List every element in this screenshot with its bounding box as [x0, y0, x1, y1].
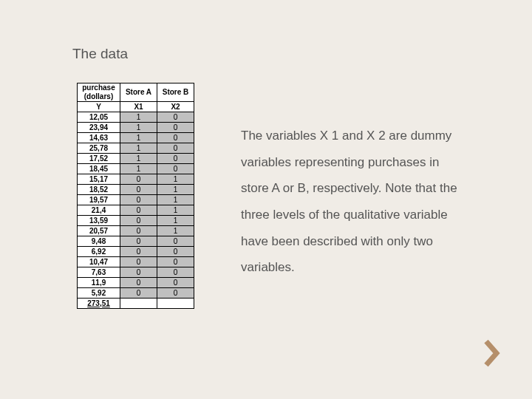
- cell-y: 5,92: [78, 288, 120, 299]
- table-row: 5,9200: [78, 288, 194, 299]
- col-header-store-a: Store A: [120, 83, 157, 102]
- cell-x1: 0: [120, 236, 157, 247]
- cell-x1: 1: [120, 112, 157, 123]
- cell-x2: 0: [157, 236, 194, 247]
- cell-x2: 0: [157, 154, 194, 164]
- cell-x2: 1: [157, 195, 194, 205]
- data-table-wrap: purchase (dollars) Store A Store B Y X1 …: [77, 83, 194, 309]
- cell-y: 7,63: [78, 267, 120, 278]
- col-header-purchase: purchase (dollars): [78, 83, 120, 102]
- table-header-row-2: Y X1 X2: [78, 102, 194, 112]
- table-row: 19,5701: [78, 195, 194, 205]
- cell-x1: 0: [120, 257, 157, 267]
- cell-x1: 0: [120, 288, 157, 299]
- table-row: 9,4800: [78, 236, 194, 247]
- cell-x1: 1: [120, 143, 157, 154]
- cell-y: 18,52: [78, 185, 120, 195]
- cell-y: 6,92: [78, 247, 120, 257]
- table-row: 18,5201: [78, 185, 194, 195]
- cell-x1: 0: [120, 205, 157, 216]
- col-header-purchase-line1: purchase: [82, 83, 115, 92]
- cell-x2: 0: [157, 247, 194, 257]
- cell-x1: 1: [120, 123, 157, 133]
- cell-x1: 1: [120, 133, 157, 143]
- cell-x1: 0: [120, 185, 157, 195]
- table-row: 15,1701: [78, 174, 194, 185]
- cell-x2: 0: [157, 278, 194, 288]
- total-blank-x2: [157, 299, 194, 309]
- col-subheader-x2: X2: [157, 102, 194, 112]
- cell-x1: 0: [120, 195, 157, 205]
- table-row: 23,9410: [78, 123, 194, 133]
- cell-x2: 0: [157, 143, 194, 154]
- table-row: 18,4510: [78, 164, 194, 174]
- table-row: 10,4700: [78, 257, 194, 267]
- total-cell: 273,51: [78, 299, 120, 309]
- body-paragraph: The variables X 1 and X 2 are dummy vari…: [241, 123, 470, 281]
- cell-x1: 0: [120, 267, 157, 278]
- table-row: 12,0510: [78, 112, 194, 123]
- cell-y: 15,17: [78, 174, 120, 185]
- cell-y: 19,57: [78, 195, 120, 205]
- cell-y: 11,9: [78, 278, 120, 288]
- cell-x1: 1: [120, 154, 157, 164]
- cell-x2: 1: [157, 205, 194, 216]
- col-subheader-y: Y: [78, 102, 120, 112]
- table-header-row-1: purchase (dollars) Store A Store B: [78, 83, 194, 102]
- table-row: 21,401: [78, 205, 194, 216]
- table-row: 14,6310: [78, 133, 194, 143]
- cell-y: 14,63: [78, 133, 120, 143]
- cell-x2: 0: [157, 164, 194, 174]
- cell-x2: 0: [157, 133, 194, 143]
- table-row: 17,5210: [78, 154, 194, 164]
- slide-title: The data: [72, 46, 128, 62]
- next-chevron-icon: [483, 338, 504, 368]
- table-total-row: 273,51: [78, 299, 194, 309]
- table-row: 6,9200: [78, 247, 194, 257]
- cell-x1: 1: [120, 164, 157, 174]
- cell-x1: 0: [120, 278, 157, 288]
- col-header-store-b: Store B: [157, 83, 194, 102]
- cell-x2: 0: [157, 257, 194, 267]
- slide: The data purchase (dollars) Store A Stor…: [0, 0, 532, 399]
- table-row: 11,900: [78, 278, 194, 288]
- cell-x2: 0: [157, 267, 194, 278]
- cell-x1: 0: [120, 247, 157, 257]
- cell-x2: 0: [157, 288, 194, 299]
- cell-y: 12,05: [78, 112, 120, 123]
- cell-y: 18,45: [78, 164, 120, 174]
- cell-x2: 0: [157, 123, 194, 133]
- cell-y: 9,48: [78, 236, 120, 247]
- data-table: purchase (dollars) Store A Store B Y X1 …: [77, 83, 194, 309]
- cell-y: 21,4: [78, 205, 120, 216]
- cell-x2: 1: [157, 174, 194, 185]
- cell-y: 25,78: [78, 143, 120, 154]
- cell-x2: 1: [157, 185, 194, 195]
- cell-x1: 0: [120, 216, 157, 226]
- cell-x1: 0: [120, 226, 157, 236]
- table-row: 20,5701: [78, 226, 194, 236]
- cell-y: 10,47: [78, 257, 120, 267]
- cell-y: 13,59: [78, 216, 120, 226]
- cell-x1: 0: [120, 174, 157, 185]
- cell-y: 20,57: [78, 226, 120, 236]
- total-blank-x1: [120, 299, 157, 309]
- col-subheader-x1: X1: [120, 102, 157, 112]
- col-header-purchase-line2: (dollars): [84, 92, 113, 100]
- cell-x2: 1: [157, 216, 194, 226]
- cell-x2: 0: [157, 112, 194, 123]
- table-row: 25,7810: [78, 143, 194, 154]
- cell-x2: 1: [157, 226, 194, 236]
- table-row: 7,6300: [78, 267, 194, 278]
- cell-y: 17,52: [78, 154, 120, 164]
- table-body: 12,051023,941014,631025,781017,521018,45…: [78, 112, 194, 299]
- table-row: 13,5901: [78, 216, 194, 226]
- cell-y: 23,94: [78, 123, 120, 133]
